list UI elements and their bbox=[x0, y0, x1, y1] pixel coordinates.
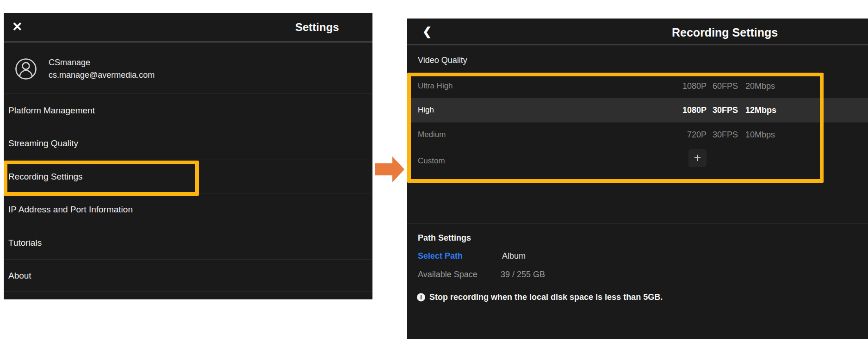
video-quality-label: Video Quality bbox=[407, 47, 467, 74]
available-space-label: Available Space bbox=[418, 270, 477, 279]
path-settings-label: Path Settings bbox=[418, 233, 471, 243]
menu-item-label: Streaming Quality bbox=[4, 127, 372, 160]
menu-item-platform-management[interactable]: Platform Management bbox=[4, 93, 372, 127]
menu-item-about[interactable]: About bbox=[4, 259, 372, 292]
menu-item-ip-address-port[interactable]: IP Address and Port Information bbox=[4, 193, 372, 226]
menu-item-label: IP Address and Port Information bbox=[4, 193, 372, 226]
available-space-value: 39 / 255 GB bbox=[501, 270, 545, 279]
account-name: CSmanage bbox=[49, 56, 155, 69]
quality-name: Ultra High bbox=[407, 74, 868, 98]
select-path-link[interactable]: Select Path bbox=[418, 251, 463, 261]
settings-header: ✕ Settings bbox=[4, 13, 372, 43]
menu-item-label: Recording Settings bbox=[4, 160, 372, 193]
quality-bitrate: 12Mbps bbox=[745, 98, 776, 122]
flow-arrow-icon bbox=[375, 155, 405, 183]
account-email: cs.manage@avermedia.com bbox=[49, 69, 155, 81]
quality-resolution: 1080P bbox=[667, 98, 707, 122]
quality-option-custom[interactable]: Custom bbox=[407, 146, 868, 181]
quality-name: High bbox=[407, 98, 868, 122]
recording-settings-title: Recording Settings bbox=[672, 19, 778, 46]
recording-settings-header: ❮ Recording Settings bbox=[407, 19, 868, 45]
user-avatar-icon bbox=[15, 58, 37, 80]
disk-space-note: i Stop recording when the local disk spa… bbox=[417, 292, 663, 302]
quality-fps: 30FPS bbox=[713, 98, 739, 122]
quality-resolution: 720P bbox=[667, 123, 707, 147]
section-divider bbox=[407, 223, 868, 224]
quality-option-medium[interactable]: Medium 720P 30FPS 10Mbps bbox=[407, 122, 868, 146]
close-icon[interactable]: ✕ bbox=[12, 13, 23, 41]
menu-item-tutorials[interactable]: Tutorials bbox=[4, 226, 372, 259]
quality-option-high-selected[interactable]: High 1080P 30FPS 12Mbps bbox=[407, 98, 868, 122]
quality-name: Custom bbox=[407, 146, 868, 176]
menu-item-recording-settings[interactable]: Recording Settings bbox=[4, 160, 372, 193]
settings-screen: ✕ Settings CSmanage cs.manage@avermedia.… bbox=[4, 13, 372, 299]
settings-title: Settings bbox=[295, 13, 339, 42]
add-custom-quality-button[interactable]: + bbox=[688, 149, 707, 167]
quality-bitrate: 20Mbps bbox=[745, 74, 775, 98]
disk-space-note-text: Stop recording when the local disk space… bbox=[429, 292, 663, 302]
quality-bitrate: 10Mbps bbox=[745, 123, 775, 147]
info-icon: i bbox=[417, 293, 425, 301]
quality-name: Medium bbox=[407, 123, 868, 147]
back-icon[interactable]: ❮ bbox=[422, 19, 432, 44]
quality-resolution: 1080P bbox=[667, 74, 707, 98]
menu-item-label: Tutorials bbox=[4, 226, 372, 259]
path-value: Album bbox=[502, 251, 526, 261]
account-profile[interactable]: CSmanage cs.manage@avermedia.com bbox=[4, 44, 372, 93]
recording-settings-screen: ❮ Recording Settings Video Quality Ultra… bbox=[407, 19, 868, 339]
quality-option-ultra-high[interactable]: Ultra High 1080P 60FPS 20Mbps bbox=[407, 74, 868, 98]
menu-item-label: Platform Management bbox=[4, 94, 372, 127]
menu-item-streaming-quality[interactable]: Streaming Quality bbox=[4, 127, 372, 160]
quality-fps: 60FPS bbox=[713, 74, 739, 98]
quality-fps: 30FPS bbox=[713, 123, 739, 147]
screenshot-canvas: ✕ Settings CSmanage cs.manage@avermedia.… bbox=[0, 0, 868, 354]
menu-item-label: About bbox=[4, 260, 372, 292]
